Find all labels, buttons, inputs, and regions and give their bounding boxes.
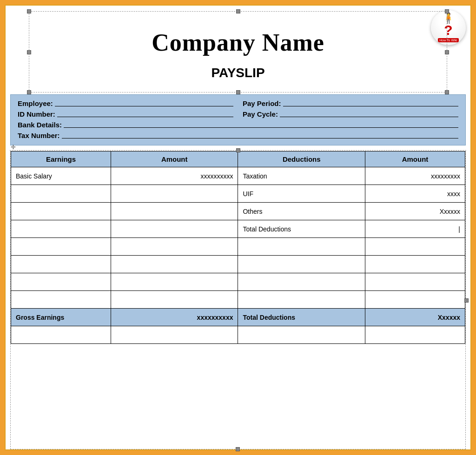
footer-extra-d xyxy=(238,326,365,344)
table-row xyxy=(11,238,465,256)
earnings-cell-4 xyxy=(11,238,111,256)
earnings-amount-cell-0: xxxxxxxxxx xyxy=(111,167,238,185)
tax-number-line xyxy=(62,138,458,138)
table-handle-mr[interactable] xyxy=(464,298,469,303)
employee-line xyxy=(55,106,233,106)
table-handle-bm[interactable] xyxy=(236,447,240,451)
table-row: UIFxxxx xyxy=(11,185,465,203)
bank-details-line xyxy=(64,127,458,128)
footer-total-deductions-label: Total Deductions xyxy=(238,309,365,326)
employee-field: Employee: xyxy=(18,99,233,107)
table-header-row: Earnings Amount Deductions Amount xyxy=(11,152,465,167)
deduction-amount-cell-7 xyxy=(365,291,465,309)
table-footer-row: Gross Earnings xxxxxxxxxx Total Deductio… xyxy=(11,309,465,326)
earnings-cell-3 xyxy=(11,220,111,238)
footer-extra-a2 xyxy=(365,326,465,344)
deduction-amount-cell-5 xyxy=(365,256,465,273)
deduction-cell-6 xyxy=(238,273,365,291)
earnings-amount-cell-4 xyxy=(111,238,238,256)
info-section: Employee: Pay Period: ID Number: Pay Cyc… xyxy=(10,94,466,145)
table-row xyxy=(11,256,465,273)
deduction-amount-cell-2: Xxxxxx xyxy=(365,203,465,220)
table-row xyxy=(11,273,465,291)
table-footer-extra-row xyxy=(11,326,465,344)
pay-period-line xyxy=(283,106,458,106)
deduction-cell-7 xyxy=(238,291,365,309)
company-name: Company Name xyxy=(20,15,456,59)
deduction-cell-0: Taxation xyxy=(238,167,365,185)
deduction-cell-5 xyxy=(238,256,365,273)
deduction-amount-cell-4 xyxy=(365,238,465,256)
header-area: Company Name PAYSLIP xyxy=(6,6,470,94)
pay-cycle-line xyxy=(280,117,458,117)
info-row-employee: Employee: Pay Period: xyxy=(18,99,458,107)
earnings-cell-5 xyxy=(11,256,111,273)
col-header-amount1: Amount xyxy=(111,152,238,167)
tax-number-label: Tax Number: xyxy=(18,132,60,139)
earnings-cell-7 xyxy=(11,291,111,309)
earnings-amount-cell-6 xyxy=(111,273,238,291)
pay-cycle-label: Pay Cycle: xyxy=(243,110,278,118)
handle-tl[interactable] xyxy=(27,9,31,13)
col-header-amount2: Amount xyxy=(365,152,465,167)
bank-details-label: Bank Details: xyxy=(18,121,62,129)
footer-extra-a1 xyxy=(111,326,238,344)
payslip-title: PAYSLIP xyxy=(20,59,456,90)
deduction-cell-3: Total Deductions xyxy=(238,220,365,238)
earnings-cell-0: Basic Salary xyxy=(11,167,111,185)
table-row: OthersXxxxxx xyxy=(11,203,465,220)
page-wrapper: 🧍 ? How To Wiki Company Name PAYSLIP xyxy=(0,0,476,455)
info-row-tax: Tax Number: xyxy=(18,132,458,139)
document: 🧍 ? How To Wiki Company Name PAYSLIP xyxy=(5,5,471,450)
deduction-cell-2: Others xyxy=(238,203,365,220)
deduction-amount-cell-0: xxxxxxxxx xyxy=(365,167,465,185)
footer-extra-e xyxy=(11,326,111,344)
table-row: Basic SalaryxxxxxxxxxxTaxationxxxxxxxxx xyxy=(11,167,465,185)
handle-bl[interactable] xyxy=(27,90,31,94)
deduction-amount-cell-3: | xyxy=(365,220,465,238)
pay-period-label: Pay Period: xyxy=(243,99,281,107)
deduction-cell-4 xyxy=(238,238,365,256)
info-row-id: ID Number: Pay Cycle: xyxy=(18,110,458,118)
table-row xyxy=(11,291,465,309)
id-number-label: ID Number: xyxy=(18,110,55,118)
table-area: ✛ Earnings Amount Deductions Amount Basi… xyxy=(10,151,466,449)
handle-tm[interactable] xyxy=(236,9,240,13)
earnings-amount-cell-7 xyxy=(111,291,238,309)
info-row-bank: Bank Details: xyxy=(18,121,458,129)
earnings-amount-cell-1 xyxy=(111,185,238,203)
handle-bm[interactable] xyxy=(236,90,240,94)
handle-tr[interactable] xyxy=(445,9,449,13)
footer-total-deductions-amount: Xxxxxx xyxy=(365,309,465,326)
handle-br[interactable] xyxy=(445,90,449,94)
table-row: Total Deductions| xyxy=(11,220,465,238)
employee-label: Employee: xyxy=(18,99,53,107)
deduction-amount-cell-6 xyxy=(365,273,465,291)
col-header-deductions: Deductions xyxy=(238,152,365,167)
earnings-cell-1 xyxy=(11,185,111,203)
earnings-amount-cell-5 xyxy=(111,256,238,273)
id-number-line xyxy=(57,117,233,117)
col-header-earnings: Earnings xyxy=(11,152,111,167)
earnings-cell-2 xyxy=(11,203,111,220)
move-cursor-icon[interactable]: ✛ xyxy=(11,144,16,151)
earnings-amount-cell-3 xyxy=(111,220,238,238)
pay-cycle-field: Pay Cycle: xyxy=(243,110,458,118)
deduction-amount-cell-1: xxxx xyxy=(365,185,465,203)
pay-period-field: Pay Period: xyxy=(243,99,458,107)
gross-earnings-amount: xxxxxxxxxx xyxy=(111,309,238,326)
id-number-field: ID Number: xyxy=(18,110,233,118)
deduction-cell-1: UIF xyxy=(238,185,365,203)
earnings-cell-6 xyxy=(11,273,111,291)
earnings-amount-cell-2 xyxy=(111,203,238,220)
payslip-table: Earnings Amount Deductions Amount Basic … xyxy=(11,151,465,344)
gross-earnings-label: Gross Earnings xyxy=(11,309,111,326)
